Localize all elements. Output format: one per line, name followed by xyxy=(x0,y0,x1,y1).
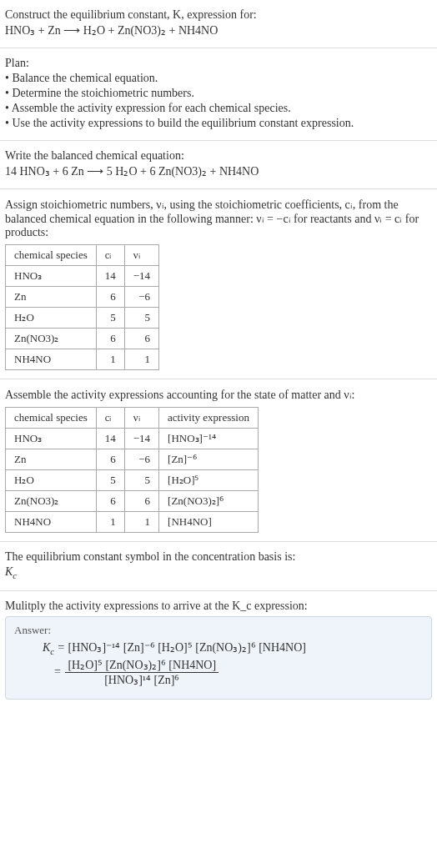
cell-vi: 1 xyxy=(124,349,158,370)
cell-vi: −14 xyxy=(124,266,158,287)
cell-ci: 1 xyxy=(96,512,124,533)
fraction-denominator: [HNO₃]¹⁴ [Zn]⁶ xyxy=(65,673,218,687)
table-row: H₂O 5 5 [H₂O]⁵ xyxy=(6,470,259,491)
section-kc-symbol: The equilibrium constant symbol in the c… xyxy=(0,542,437,591)
table-row: HNO₃ 14 −14 [HNO₃]⁻¹⁴ xyxy=(6,429,259,449)
plan-bullet-2: • Determine the stoichiometric numbers. xyxy=(5,87,432,100)
table-header-row: chemical species cᵢ νᵢ xyxy=(6,245,159,266)
activity-table: chemical species cᵢ νᵢ activity expressi… xyxy=(5,407,259,533)
activity-intro: Assemble the activity expressions accoun… xyxy=(5,388,432,402)
section-plan: Plan: • Balance the chemical equation. •… xyxy=(0,48,437,141)
cell-ci: 5 xyxy=(96,470,124,491)
cell-ci: 6 xyxy=(96,491,124,512)
multiply-intro: Mulitply the activity expressions to arr… xyxy=(5,600,432,613)
section-multiply: Mulitply the activity expressions to arr… xyxy=(0,591,437,708)
cell-vi: −6 xyxy=(124,449,158,470)
kc-sub: c xyxy=(50,647,54,656)
table-row: NH4NO 1 1 [NH4NO] xyxy=(6,512,259,533)
construct-text: Construct the equilibrium constant, K, e… xyxy=(5,8,257,21)
col-species: chemical species xyxy=(6,245,97,266)
table-row: H₂O 5 5 xyxy=(6,308,159,329)
cell-species: NH4NO xyxy=(6,349,97,370)
cell-vi: 6 xyxy=(124,329,158,349)
answer-title: Answer: xyxy=(14,624,423,637)
table-header-row: chemical species cᵢ νᵢ activity expressi… xyxy=(6,408,259,429)
kc-text: Kc xyxy=(5,565,17,578)
plan-bullet-1: • Balance the chemical equation. xyxy=(5,72,432,85)
table-row: Zn 6 −6 [Zn]⁻⁶ xyxy=(6,449,259,470)
answer-line-2: = [H₂O]⁵ [Zn(NO₃)₂]⁶ [NH4NO] [HNO₃]¹⁴ [Z… xyxy=(43,658,423,687)
col-activity: activity expression xyxy=(159,408,259,429)
table-row: Zn(NO3)₂ 6 6 xyxy=(6,329,159,349)
col-ci: cᵢ xyxy=(96,245,124,266)
kc-lhs: Kc = xyxy=(43,641,68,654)
section-stoich-table: Assign stoichiometric numbers, νᵢ, using… xyxy=(0,189,437,379)
cell-species: HNO₃ xyxy=(6,429,97,449)
cell-species: Zn xyxy=(6,287,97,308)
cell-activity: [NH4NO] xyxy=(159,512,259,533)
cell-activity: [Zn]⁻⁶ xyxy=(159,449,259,470)
cell-ci: 14 xyxy=(96,429,124,449)
plan-bullet-3: • Assemble the activity expression for e… xyxy=(5,102,432,115)
cell-species: H₂O xyxy=(6,308,97,329)
cell-species: H₂O xyxy=(6,470,97,491)
cell-vi: 1 xyxy=(124,512,158,533)
section-construct: Construct the equilibrium constant, K, e… xyxy=(0,0,437,48)
cell-ci: 6 xyxy=(96,449,124,470)
cell-vi: −14 xyxy=(124,429,158,449)
cell-species: Zn xyxy=(6,449,97,470)
col-ci: cᵢ xyxy=(96,408,124,429)
col-species: chemical species xyxy=(6,408,97,429)
cell-activity: [H₂O]⁵ xyxy=(159,470,259,491)
table-row: Zn 6 −6 xyxy=(6,287,159,308)
fraction: [H₂O]⁵ [Zn(NO₃)₂]⁶ [NH4NO] [HNO₃]¹⁴ [Zn]… xyxy=(65,658,218,687)
construct-prompt-line1: Construct the equilibrium constant, K, e… xyxy=(5,8,432,22)
cell-vi: 6 xyxy=(124,491,158,512)
cell-activity: [Zn(NO3)₂]⁶ xyxy=(159,491,259,512)
cell-ci: 5 xyxy=(96,308,124,329)
fraction-numerator: [H₂O]⁵ [Zn(NO₃)₂]⁶ [NH4NO] xyxy=(65,658,218,673)
answer-box: Answer: Kc = [HNO₃]⁻¹⁴ [Zn]⁻⁶ [H₂O]⁵ [Zn… xyxy=(5,616,432,700)
table-row: Zn(NO3)₂ 6 6 [Zn(NO3)₂]⁶ xyxy=(6,491,259,512)
cell-vi: −6 xyxy=(124,287,158,308)
col-vi: νᵢ xyxy=(124,245,158,266)
answer-lines: Kc = [HNO₃]⁻¹⁴ [Zn]⁻⁶ [H₂O]⁵ [Zn(NO₃)₂]⁶… xyxy=(14,640,423,687)
cell-activity: [HNO₃]⁻¹⁴ xyxy=(159,429,259,449)
balanced-prompt: Write the balanced chemical equation: xyxy=(5,149,432,163)
answer-product: [HNO₃]⁻¹⁴ [Zn]⁻⁶ [H₂O]⁵ [Zn(NO₃)₂]⁶ [NH4… xyxy=(68,641,305,654)
cell-species: NH4NO xyxy=(6,512,97,533)
table-row: NH4NO 1 1 xyxy=(6,349,159,370)
balanced-equation: 14 HNO₃ + 6 Zn ⟶ 5 H₂O + 6 Zn(NO3)₂ + NH… xyxy=(5,164,432,178)
col-vi: νᵢ xyxy=(124,408,158,429)
kc-symbol: Kc xyxy=(5,565,432,580)
cell-species: Zn(NO3)₂ xyxy=(6,491,97,512)
cell-ci: 6 xyxy=(96,329,124,349)
cell-species: HNO₃ xyxy=(6,266,97,287)
cell-vi: 5 xyxy=(124,470,158,491)
kc-symbol-intro: The equilibrium constant symbol in the c… xyxy=(5,550,432,564)
section-activity-table: Assemble the activity expressions accoun… xyxy=(0,379,437,542)
cell-species: Zn(NO3)₂ xyxy=(6,329,97,349)
kc-subscript: c xyxy=(13,571,17,580)
answer-line-1: Kc = [HNO₃]⁻¹⁴ [Zn]⁻⁶ [H₂O]⁵ [Zn(NO₃)₂]⁶… xyxy=(43,640,423,656)
construct-equation: HNO₃ + Zn ⟶ H₂O + Zn(NO3)₂ + NH4NO xyxy=(5,23,432,38)
plan-bullet-4: • Use the activity expressions to build … xyxy=(5,117,432,130)
stoich-table: chemical species cᵢ νᵢ HNO₃ 14 −14 Zn 6 … xyxy=(5,244,159,370)
plan-title: Plan: xyxy=(5,57,432,70)
cell-ci: 6 xyxy=(96,287,124,308)
cell-vi: 5 xyxy=(124,308,158,329)
section-balanced: Write the balanced chemical equation: 14… xyxy=(0,141,437,189)
cell-ci: 1 xyxy=(96,349,124,370)
cell-ci: 14 xyxy=(96,266,124,287)
table-row: HNO₃ 14 −14 xyxy=(6,266,159,287)
stoich-intro: Assign stoichiometric numbers, νᵢ, using… xyxy=(5,198,432,239)
equals-sign: = xyxy=(54,665,63,677)
